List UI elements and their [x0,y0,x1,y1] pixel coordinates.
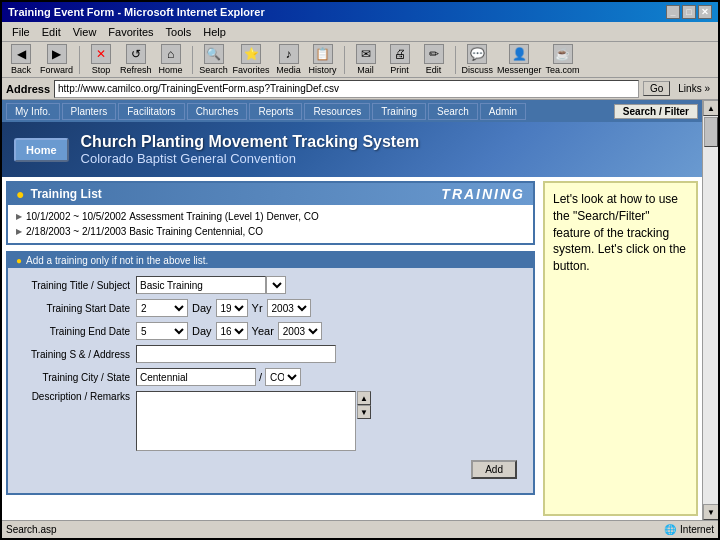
tab-planters[interactable]: Planters [62,103,117,120]
start-day-select[interactable]: 19 [216,299,248,317]
title-input[interactable] [136,276,266,294]
header-banner: Home Church Planting Movement Tracking S… [2,122,702,177]
training-list-section: ● Training List TRAINING ▶ 10/1/2002 ~ 1… [6,181,535,245]
edit-button[interactable]: ✏Edit [419,44,449,75]
scroll-up-button[interactable]: ▲ [703,100,718,116]
discuss-button[interactable]: 💬Discuss [462,44,494,75]
scroll-down-btn[interactable]: ▼ [357,405,371,419]
toolbar-separator-1 [79,46,80,74]
start-year-label: Yr [252,302,263,314]
address-input[interactable] [136,345,336,363]
address-label: Address [6,83,50,95]
search-button[interactable]: 🔍Search [199,44,229,75]
back-button[interactable]: ◀Back [6,44,36,75]
menu-file[interactable]: File [6,25,36,39]
training-list-header: ● Training List TRAINING [8,183,533,205]
search-filter-button[interactable]: Search / Filter [614,104,698,119]
tab-reports[interactable]: Reports [249,103,302,120]
toolbar: ◀Back ▶Forward ✕Stop ↺Refresh ⌂Home 🔍Sea… [2,42,718,78]
item-location: Denver, CO [266,211,318,222]
stop-button[interactable]: ✕Stop [86,44,116,75]
add-training-section: ● Add a training only if not in the abov… [6,251,535,495]
menu-tools[interactable]: Tools [160,25,198,39]
refresh-button[interactable]: ↺Refresh [120,44,152,75]
title-bar: Training Event Form - Microsoft Internet… [2,2,718,22]
start-day-label: Day [192,302,212,314]
title-bar-buttons: _ □ ✕ [666,5,712,19]
menu-help[interactable]: Help [197,25,232,39]
training-list-title: Training List [30,187,101,201]
item-date: 2/18/2003 ~ 2/11/2003 [26,226,126,237]
home-nav-button[interactable]: Home [14,138,69,162]
menu-bar: File Edit View Favorites Tools Help [2,22,718,42]
close-button[interactable]: ✕ [698,5,712,19]
add-bullet-icon: ● [16,255,22,266]
messenger-button[interactable]: 👤Messenger [497,44,542,75]
tab-admin[interactable]: Admin [480,103,526,120]
training-header-left: ● Training List [16,186,102,202]
item-name: Basic Training [129,226,192,237]
tab-search[interactable]: Search [428,103,478,120]
end-month-select[interactable]: Month12345 [136,322,188,340]
training-bullet-icon: ● [16,186,24,202]
desc-textarea[interactable] [136,391,356,451]
menu-view[interactable]: View [67,25,103,39]
add-button[interactable]: Add [471,460,517,479]
form-row-start-date: Training Start Date Month12 Day 19 [16,299,525,317]
scroll-track [703,116,718,504]
toolbar-separator-2 [192,46,193,74]
status-right: 🌐 Internet [664,524,714,535]
scroll-up-btn[interactable]: ▲ [357,391,371,405]
menu-edit[interactable]: Edit [36,25,67,39]
main-content: My Info. Planters Facilitators Churches … [2,100,718,520]
print-button[interactable]: 🖨Print [385,44,415,75]
tab-training[interactable]: Training [372,103,426,120]
maximize-button[interactable]: □ [682,5,696,19]
address-label: Training S & / Address [16,349,136,360]
media-button[interactable]: ♪Media [274,44,304,75]
list-item[interactable]: ▶ 10/1/2002 ~ 10/5/2002 Assessment Train… [16,209,525,224]
training-list: ▶ 10/1/2002 ~ 10/5/2002 Assessment Train… [8,205,533,243]
end-day-select[interactable]: 16 [216,322,248,340]
menu-favorites[interactable]: Favorites [102,25,159,39]
address-input[interactable] [54,80,639,98]
ie-scrollbar: ▲ ▼ [702,100,718,520]
forward-button[interactable]: ▶Forward [40,44,73,75]
city-input[interactable] [136,368,256,386]
tab-resources[interactable]: Resources [304,103,370,120]
go-button[interactable]: Go [643,81,670,96]
home-button[interactable]: ⌂Home [156,44,186,75]
header-text: Church Planting Movement Tracking System… [81,133,420,166]
end-year-label: Year [252,325,274,337]
links-button[interactable]: Links » [674,82,714,95]
tab-facilitators[interactable]: Facilitators [118,103,184,120]
scroll-down-button[interactable]: ▼ [703,504,718,520]
training-label: TRAINING [441,186,525,202]
tab-myinfo[interactable]: My Info. [6,103,60,120]
city-label: Training City / State [16,372,136,383]
add-form: Training Title / Subject ▼ Training Star… [8,268,533,493]
scroll-thumb[interactable] [704,117,718,147]
item-date: 10/1/2002 ~ 10/5/2002 [26,211,126,222]
item-location: Centennial, CO [195,226,263,237]
start-month-select[interactable]: Month12 [136,299,188,317]
start-year-select[interactable]: 20022003 [267,299,311,317]
start-date-group: Month12 Day 19 Yr 20022003 [136,299,311,317]
state-select[interactable]: COAL [265,368,301,386]
add-training-header: ● Add a training only if not in the abov… [8,253,533,268]
tea-button[interactable]: ☕Tea.com [546,44,580,75]
history-button[interactable]: 📋History [308,44,338,75]
list-item[interactable]: ▶ 2/18/2003 ~ 2/11/2003 Basic Training C… [16,224,525,239]
end-year-select[interactable]: 20022003 [278,322,322,340]
favorites-button[interactable]: ⭐Favorites [233,44,270,75]
form-row-desc: Description / Remarks ▲ ▼ [16,391,525,451]
add-training-label: Add a training only if not in the above … [26,255,208,266]
title-select[interactable]: ▼ [266,276,286,294]
window-title: Training Event Form - Microsoft Internet… [8,6,265,18]
minimize-button[interactable]: _ [666,5,680,19]
header-title: Church Planting Movement Tracking System [81,133,420,151]
tab-churches[interactable]: Churches [187,103,248,120]
end-date-label: Training End Date [16,326,136,337]
mail-button[interactable]: ✉Mail [351,44,381,75]
tooltip-panel: Let's look at how to use the "Search/Fil… [543,181,698,516]
